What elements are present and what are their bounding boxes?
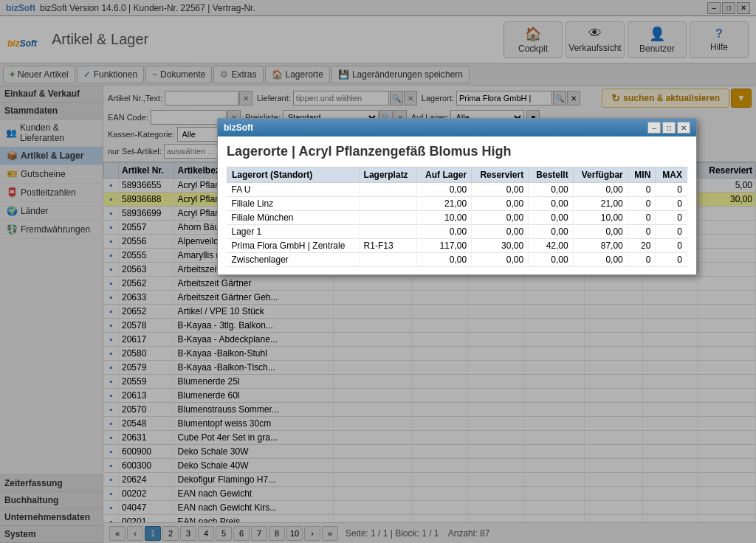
modal-row-lagerplatz bbox=[359, 211, 416, 225]
modal-table-row: Filiale München 10,00 0,00 0,00 10,00 0 … bbox=[227, 211, 687, 225]
modal-row-max: 0 bbox=[656, 225, 687, 239]
modal-row-auf-lager: 0,00 bbox=[417, 253, 472, 267]
modal-row-verfuegbar: 21,00 bbox=[573, 197, 628, 211]
modal-row-bestellt: 0,00 bbox=[529, 211, 574, 225]
modal-col-verfuegbar: Verfügbar bbox=[573, 167, 628, 183]
modal-table: Lagerort (Standort) Lagerplatz Auf Lager… bbox=[227, 167, 687, 267]
modal-table-row: Filiale Linz 21,00 0,00 0,00 21,00 0 0 bbox=[227, 197, 687, 211]
modal-row-lagerplatz bbox=[359, 225, 416, 239]
modal-heading: Lagerorte | Acryl Pflanzengefäß Blomus H… bbox=[227, 144, 687, 159]
modal-row-bestellt: 0,00 bbox=[529, 253, 574, 267]
modal-title: bizSoft bbox=[224, 122, 253, 133]
modal-body: FA U 0,00 0,00 0,00 0,00 0 0 Filiale Lin… bbox=[227, 183, 687, 267]
modal-row-auf-lager: 0,00 bbox=[417, 225, 472, 239]
modal-row-standort: Lager 1 bbox=[227, 225, 360, 239]
modal-row-standort: Filiale München bbox=[227, 211, 360, 225]
modal-row-reserviert: 0,00 bbox=[472, 225, 529, 239]
lagerorte-modal: bizSoft – □ ✕ Lagerorte | Acryl Pflanzen… bbox=[217, 118, 697, 275]
modal-row-reserviert: 0,00 bbox=[472, 253, 529, 267]
modal-row-bestellt: 0,00 bbox=[529, 197, 574, 211]
modal-row-auf-lager: 0,00 bbox=[417, 183, 472, 197]
modal-minimize-button[interactable]: – bbox=[647, 122, 661, 134]
modal-row-standort: Filiale Linz bbox=[227, 197, 360, 211]
modal-row-standort: Prima Flora GmbH | Zentrale bbox=[227, 239, 360, 253]
modal-row-min: 0 bbox=[628, 211, 656, 225]
modal-col-bestellt: Bestellt bbox=[529, 167, 574, 183]
modal-row-auf-lager: 10,00 bbox=[417, 211, 472, 225]
modal-row-verfuegbar: 0,00 bbox=[573, 183, 628, 197]
modal-row-verfuegbar: 87,00 bbox=[573, 239, 628, 253]
modal-row-min: 0 bbox=[628, 183, 656, 197]
modal-row-max: 0 bbox=[656, 197, 687, 211]
modal-table-row: Lager 1 0,00 0,00 0,00 0,00 0 0 bbox=[227, 225, 687, 239]
modal-overlay: bizSoft – □ ✕ Lagerorte | Acryl Pflanzen… bbox=[0, 0, 756, 543]
modal-row-bestellt: 0,00 bbox=[529, 225, 574, 239]
modal-row-max: 0 bbox=[656, 211, 687, 225]
modal-row-standort: FA U bbox=[227, 183, 360, 197]
modal-row-lagerplatz bbox=[359, 253, 416, 267]
modal-maximize-button[interactable]: □ bbox=[662, 122, 676, 134]
modal-row-auf-lager: 117,00 bbox=[417, 239, 472, 253]
modal-table-row: Prima Flora GmbH | Zentrale R1-F13 117,0… bbox=[227, 239, 687, 253]
modal-titlebar: bizSoft – □ ✕ bbox=[218, 119, 696, 136]
modal-col-standort: Lagerort (Standort) bbox=[227, 167, 360, 183]
modal-row-lagerplatz bbox=[359, 183, 416, 197]
modal-table-row: Zwischenlager 0,00 0,00 0,00 0,00 0 0 bbox=[227, 253, 687, 267]
modal-row-reserviert: 0,00 bbox=[472, 211, 529, 225]
modal-close-button[interactable]: ✕ bbox=[677, 122, 690, 134]
modal-row-bestellt: 42,00 bbox=[529, 239, 574, 253]
modal-row-auf-lager: 21,00 bbox=[417, 197, 472, 211]
app-container: bizSoft bizSoft Version 14.6.0 | Kunden-… bbox=[0, 0, 756, 543]
modal-content: Lagerorte | Acryl Pflanzengefäß Blomus H… bbox=[218, 136, 696, 274]
modal-row-verfuegbar: 0,00 bbox=[573, 253, 628, 267]
modal-title-buttons: – □ ✕ bbox=[647, 122, 690, 134]
modal-row-reserviert: 30,00 bbox=[472, 239, 529, 253]
modal-row-lagerplatz bbox=[359, 197, 416, 211]
modal-row-min: 20 bbox=[628, 239, 656, 253]
modal-row-reserviert: 0,00 bbox=[472, 183, 529, 197]
modal-row-max: 0 bbox=[656, 183, 687, 197]
modal-row-standort: Zwischenlager bbox=[227, 253, 360, 267]
modal-row-max: 0 bbox=[656, 253, 687, 267]
modal-col-reserviert: Reserviert bbox=[472, 167, 529, 183]
modal-table-row: FA U 0,00 0,00 0,00 0,00 0 0 bbox=[227, 183, 687, 197]
modal-row-bestellt: 0,00 bbox=[529, 183, 574, 197]
modal-row-min: 0 bbox=[628, 253, 656, 267]
modal-row-reserviert: 0,00 bbox=[472, 197, 529, 211]
modal-row-max: 0 bbox=[656, 239, 687, 253]
modal-col-max: MAX bbox=[656, 167, 687, 183]
modal-col-lagerplatz: Lagerplatz bbox=[359, 167, 416, 183]
modal-col-auf-lager: Auf Lager bbox=[417, 167, 472, 183]
modal-row-min: 0 bbox=[628, 225, 656, 239]
modal-header-row: Lagerort (Standort) Lagerplatz Auf Lager… bbox=[227, 167, 687, 183]
modal-col-min: MIN bbox=[628, 167, 656, 183]
modal-row-lagerplatz: R1-F13 bbox=[359, 239, 416, 253]
modal-row-min: 0 bbox=[628, 197, 656, 211]
modal-row-verfuegbar: 10,00 bbox=[573, 211, 628, 225]
modal-row-verfuegbar: 0,00 bbox=[573, 225, 628, 239]
modal-table-container: Lagerort (Standort) Lagerplatz Auf Lager… bbox=[227, 167, 687, 267]
